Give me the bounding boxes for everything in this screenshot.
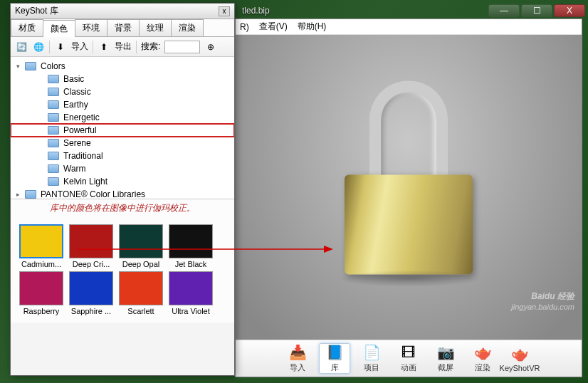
- folder-icon: [48, 75, 59, 83]
- toolbar-label: KeyShotVR: [500, 364, 540, 372]
- library-toolbar: 🔄 🌐 ⬇ 导入 ⬆ 导出 搜索: ⊕: [11, 37, 234, 57]
- folder-icon: [48, 152, 59, 160]
- folder-icon: [48, 126, 59, 135]
- folder-icon: [48, 139, 59, 147]
- tab-颜色[interactable]: 颜色: [43, 20, 75, 37]
- swatch-label: Jet Black: [175, 260, 207, 268]
- down-arrow-icon[interactable]: ⬇: [54, 41, 67, 53]
- folder-icon: [48, 100, 59, 109]
- tree-item-Powerful[interactable]: Powerful: [11, 124, 234, 137]
- up-arrow-icon[interactable]: ⬆: [98, 41, 110, 53]
- tab-环境[interactable]: 环境: [75, 19, 107, 36]
- tree-label: Powerful: [63, 125, 97, 135]
- swatch-Ultra-Violet[interactable]: Ultra Violet: [167, 271, 214, 315]
- tree-item-Serene[interactable]: Serene: [11, 137, 234, 149]
- toolbar-label: 导入: [290, 362, 305, 373]
- toolbar-icon: 📘: [325, 344, 345, 361]
- toolbar-item-导入[interactable]: 📥导入: [282, 344, 313, 373]
- menu-item-help[interactable]: 帮助(H): [298, 21, 327, 33]
- swatch-Cadmium-[interactable]: Cadmium...: [18, 224, 65, 268]
- search-label: 搜索:: [141, 41, 160, 53]
- import-label[interactable]: 导入: [71, 41, 88, 53]
- folder-icon: [25, 62, 36, 70]
- tree-item-Energetic[interactable]: Energetic: [11, 111, 234, 124]
- tree-item-Colors[interactable]: ▾Colors: [11, 60, 234, 73]
- padlock-shackle: [369, 80, 448, 180]
- export-label[interactable]: 导出: [115, 41, 132, 53]
- tab-渲染[interactable]: 渲染: [171, 19, 204, 36]
- tab-背景[interactable]: 背景: [107, 19, 140, 36]
- swatch-Deep-Opal[interactable]: Deep Opal: [117, 224, 164, 268]
- swatch-Deep-Cri-[interactable]: Deep Cri...: [68, 224, 115, 268]
- library-panel: KeyShot 库 x 材质颜色环境背景纹理渲染 🔄 🌐 ⬇ 导入 ⬆ 导出 搜…: [10, 3, 235, 376]
- bottom-toolbar: 📥导入📘库📄项目🎞动画📷截屏🫖渲染🫖KeyShotVR: [236, 340, 582, 377]
- tree-label: Classic: [63, 87, 91, 97]
- menu-item-view[interactable]: 查看(V): [259, 21, 288, 33]
- target-icon[interactable]: ⊕: [204, 41, 217, 53]
- tree-item-PANTONE-Color-Libraries[interactable]: ▸PANTONE® Color Libraries: [11, 188, 234, 199]
- toolbar-item-KeyShotVR[interactable]: 🫖KeyShotVR: [504, 345, 535, 372]
- main-window-title: tled.bip: [235, 6, 487, 16]
- library-tabs: 材质颜色环境背景纹理渲染: [11, 19, 234, 37]
- swatch-Sapphire-[interactable]: Sapphire ...: [68, 271, 115, 315]
- tree-label: Serene: [63, 138, 91, 148]
- swatch-Raspberry[interactable]: Raspberry: [18, 271, 65, 315]
- swatch-color: [119, 271, 163, 305]
- folder-icon: [48, 88, 59, 96]
- padlock-body: [345, 174, 473, 274]
- swatch-Jet-Black[interactable]: Jet Black: [167, 224, 214, 268]
- refresh-icon[interactable]: 🔄: [15, 41, 28, 53]
- toolbar-label: 截屏: [438, 362, 453, 373]
- folder-icon: [48, 164, 59, 173]
- swatch-color: [19, 224, 63, 258]
- watermark: Baidu 经验 jingyan.baidu.com: [511, 286, 574, 311]
- toolbar-label: 库: [331, 362, 339, 373]
- viewport-3d[interactable]: Baidu 经验 jingyan.baidu.com: [236, 35, 582, 340]
- toolbar-item-截屏[interactable]: 📷截屏: [430, 344, 461, 373]
- tab-纹理[interactable]: 纹理: [139, 19, 172, 36]
- library-close-button[interactable]: x: [219, 6, 230, 16]
- tree-item-Classic[interactable]: Classic: [11, 85, 234, 98]
- tree-label: Basic: [63, 74, 84, 84]
- tree-label: Earthy: [63, 100, 88, 110]
- tree-arrow-icon: ▸: [16, 191, 25, 198]
- toolbar-item-项目[interactable]: 📄项目: [356, 344, 387, 373]
- tree-item-Kelvin-Light[interactable]: Kelvin Light: [11, 175, 234, 188]
- swatch-color: [19, 271, 63, 305]
- toolbar-label: 项目: [364, 362, 379, 373]
- search-input[interactable]: [164, 41, 200, 53]
- swatch-label: Ultra Violet: [172, 307, 210, 315]
- toolbar-label: 动画: [401, 362, 416, 373]
- window-close-button[interactable]: X: [554, 4, 585, 17]
- toolbar-item-动画[interactable]: 🎞动画: [393, 344, 424, 373]
- toolbar-icon: 📄: [362, 344, 382, 361]
- tree-label: Warm: [63, 164, 86, 174]
- swatch-color: [69, 224, 113, 258]
- folder-icon: [48, 113, 59, 122]
- tree-item-Warm[interactable]: Warm: [11, 162, 234, 175]
- tree-label: Colors: [41, 61, 65, 71]
- toolbar-item-渲染[interactable]: 🫖渲染: [467, 344, 498, 373]
- main-window-titlebar: tled.bip — ☐ X: [235, 4, 588, 18]
- toolbar-icon: 🫖: [473, 344, 493, 361]
- window-maximize-button[interactable]: ☐: [521, 4, 552, 17]
- tree-label: Traditional: [63, 151, 103, 161]
- folder-icon: [25, 190, 36, 199]
- globe-icon[interactable]: 🌐: [32, 41, 45, 53]
- tab-材质[interactable]: 材质: [11, 19, 43, 36]
- tree-item-Earthy[interactable]: Earthy: [11, 98, 234, 111]
- swatch-color: [169, 224, 213, 258]
- toolbar-icon: 📷: [436, 344, 456, 361]
- library-tree: ▾ColorsBasicClassicEarthyEnergeticPowerf…: [11, 57, 234, 199]
- menu-item-r[interactable]: R): [240, 22, 249, 32]
- library-titlebar[interactable]: KeyShot 库 x: [11, 4, 234, 19]
- folder-icon: [48, 177, 59, 186]
- padlock-model: [345, 80, 473, 274]
- tree-item-Traditional[interactable]: Traditional: [11, 149, 234, 162]
- tree-label: Energetic: [63, 112, 100, 122]
- tree-item-Basic[interactable]: Basic: [11, 73, 234, 85]
- toolbar-item-库[interactable]: 📘库: [319, 343, 350, 374]
- swatch-Scarlett[interactable]: Scarlett: [117, 271, 164, 315]
- window-minimize-button[interactable]: —: [488, 4, 520, 17]
- swatch-color: [169, 271, 213, 305]
